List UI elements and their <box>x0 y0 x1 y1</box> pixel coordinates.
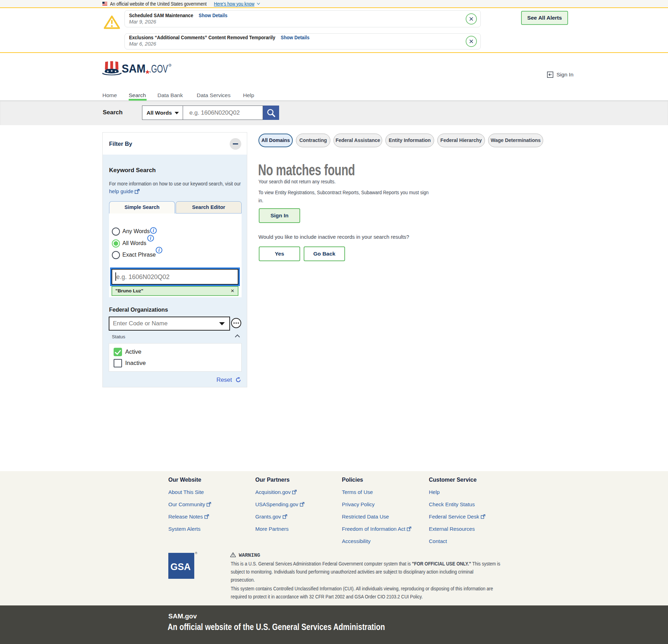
svg-text:SAM: SAM <box>122 62 146 75</box>
svg-text:R: R <box>169 64 171 66</box>
svg-text:.GOV: .GOV <box>149 63 168 75</box>
